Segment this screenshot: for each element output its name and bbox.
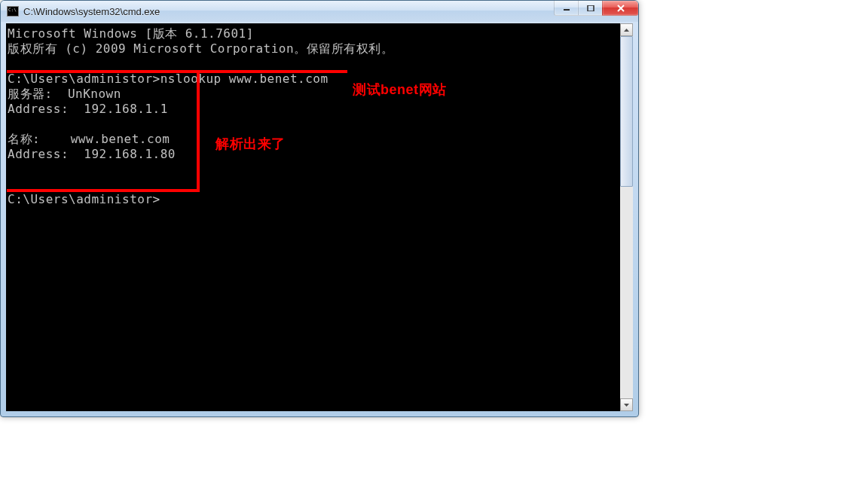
scroll-down-button[interactable]	[620, 398, 633, 411]
cmd-window: C:\Windows\system32\cmd.exe Microsoft Wi…	[0, 0, 639, 417]
annotation-label-2: 解析出来了	[215, 136, 286, 151]
cmd-icon	[7, 6, 19, 17]
header-line-2: 版权所有 (c) 2009 Microsoft Corporation。保留所有…	[8, 41, 393, 56]
client-area: Microsoft Windows [版本 6.1.7601] 版权所有 (c)…	[6, 23, 633, 411]
terminal-output[interactable]: Microsoft Windows [版本 6.1.7601] 版权所有 (c)…	[6, 23, 620, 411]
name-value: www.benet.com	[71, 132, 170, 146]
close-icon	[616, 5, 625, 12]
maximize-icon	[587, 5, 594, 11]
titlebar[interactable]: C:\Windows\system32\cmd.exe	[1, 1, 638, 22]
maximize-button[interactable]	[578, 1, 602, 16]
address-label-1: Address:	[8, 102, 69, 116]
prompt-1-cmd: nslookup www.benet.com	[160, 72, 329, 86]
window-controls	[554, 1, 638, 16]
close-button[interactable]	[602, 1, 638, 16]
svg-marker-4	[624, 29, 629, 32]
header-line-1: Microsoft Windows [版本 6.1.7601]	[8, 26, 254, 41]
prompt-1-path: C:\Users\administor>	[8, 72, 160, 86]
svg-rect-0	[564, 9, 570, 11]
vertical-scrollbar[interactable]	[620, 23, 633, 411]
chevron-up-icon	[624, 29, 629, 32]
scroll-thumb[interactable]	[620, 36, 633, 187]
server-value: UnKnown	[68, 87, 121, 101]
name-label: 名称:	[8, 132, 40, 146]
server-label: 服务器:	[8, 87, 53, 101]
prompt-2-path: C:\Users\administor>	[8, 192, 160, 206]
svg-rect-1	[588, 5, 594, 11]
address-label-2: Address:	[8, 147, 69, 161]
minimize-icon	[563, 5, 570, 11]
chevron-down-icon	[624, 404, 629, 407]
minimize-button[interactable]	[554, 1, 578, 16]
result-address: 192.168.1.80	[84, 147, 176, 161]
scroll-up-button[interactable]	[620, 23, 633, 36]
scroll-track[interactable]	[620, 36, 633, 398]
server-address: 192.168.1.1	[84, 102, 167, 116]
svg-marker-5	[624, 404, 629, 407]
annotation-label-1: 测试benet网站	[353, 82, 447, 97]
window-title: C:\Windows\system32\cmd.exe	[23, 6, 160, 17]
